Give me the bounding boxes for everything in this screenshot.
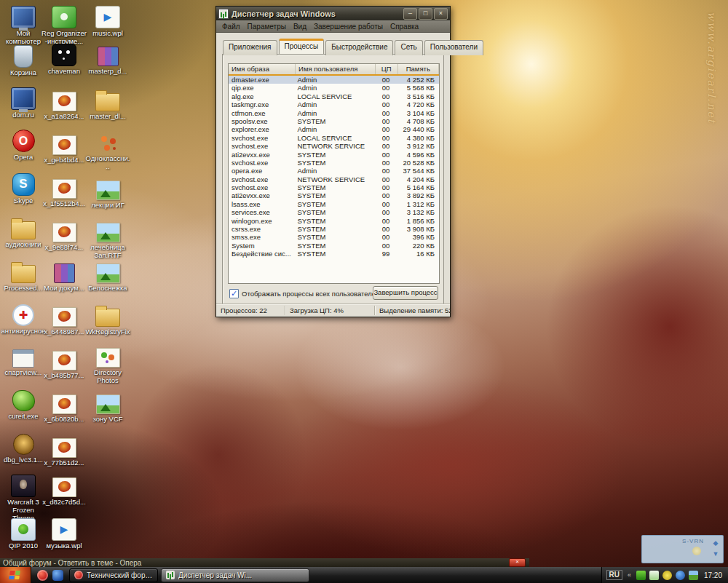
desktop-icon-image: [11, 6, 36, 28]
desktop-icon[interactable]: x_9e88f74...: [41, 220, 87, 252]
taskbar-button-icon: [166, 571, 175, 579]
process-row[interactable]: ati2evxx.exe SYSTEM 00 4 596 КБ: [229, 151, 439, 159]
desktop-icon[interactable]: x_geb4bd4...: [41, 132, 87, 164]
desktop-icon[interactable]: WkRegistryFix: [85, 304, 130, 336]
desktop-icon[interactable]: x_1f5512b4...: [41, 176, 87, 208]
menu-item[interactable]: Параметры: [244, 23, 290, 31]
mini-panel-down-button[interactable]: ▼: [711, 550, 720, 558]
tab[interactable]: Сеть: [395, 40, 422, 55]
end-process-button[interactable]: Завершить процесс: [373, 286, 438, 300]
desktop-icon[interactable]: спартview...: [1, 346, 46, 377]
process-row[interactable]: csrss.exe SYSTEM 00 3 908 КБ: [229, 225, 439, 233]
column-header-user-name[interactable]: Имя пользователя: [296, 64, 376, 74]
menu-item[interactable]: Справка: [387, 23, 422, 31]
process-row[interactable]: lsass.exe SYSTEM 00 1 312 КБ: [229, 200, 439, 208]
desktop-icon[interactable]: Белоснежка: [85, 261, 130, 293]
desktop-icon-image: [52, 223, 76, 242]
process-row[interactable]: spoolsv.exe SYSTEM 00 4 708 КБ: [229, 117, 439, 125]
desktop-icon[interactable]: master_dl...: [85, 89, 130, 121]
taskbar-button[interactable]: Диспетчер задач Wi...: [161, 568, 309, 582]
start-button[interactable]: [0, 567, 31, 583]
quick-launch-icon[interactable]: [52, 570, 63, 581]
minimize-button[interactable]: –: [403, 8, 417, 20]
maximize-button[interactable]: □: [419, 8, 432, 20]
title-bar[interactable]: Диспетчер задач Windows – □ ×: [216, 7, 450, 20]
tab[interactable]: Приложения: [223, 40, 277, 55]
desktop-icon[interactable]: Одноклассни...: [85, 132, 130, 171]
tray-icon[interactable]: [626, 571, 633, 580]
tray-icon[interactable]: [689, 571, 698, 580]
process-row[interactable]: svchost.exe SYSTEM 00 5 164 КБ: [229, 183, 439, 191]
mini-panel-up-button[interactable]: ◆: [711, 539, 720, 547]
column-header-cpu[interactable]: ЦП: [376, 64, 398, 74]
process-row[interactable]: System SYSTEM 00 220 КБ: [229, 242, 439, 250]
quick-launch-icon[interactable]: [37, 570, 48, 581]
process-list[interactable]: Имя образа Имя пользователя ЦП Память dm…: [228, 63, 440, 284]
desktop-icon[interactable]: Warcraft 3 Frozen Throne: [1, 475, 46, 523]
desktop-icon[interactable]: chaveman: [41, 44, 87, 76]
tray-icon[interactable]: [662, 571, 672, 580]
process-row[interactable]: ctfmon.exe Admin 00 3 104 КБ: [229, 109, 439, 117]
desktop-icon[interactable]: x_b485b77...: [41, 348, 87, 380]
desktop-icon[interactable]: x_6b0820b...: [41, 392, 87, 424]
tab[interactable]: Быстродействие: [325, 40, 393, 55]
process-row[interactable]: services.exe SYSTEM 00 3 132 КБ: [229, 208, 439, 216]
notification-mini-panel[interactable]: S-VRN ◆ ▼: [641, 535, 724, 563]
process-row[interactable]: opera.exe Admin 00 37 544 КБ: [229, 167, 439, 175]
background-window-close-button[interactable]: ×: [509, 558, 526, 567]
process-row[interactable]: dmaster.exe Admin 00 4 252 КБ: [229, 76, 439, 84]
column-header-image-name[interactable]: Имя образа: [229, 64, 296, 74]
background-window-titlebar[interactable]: Общий форум - Ответить в теме - Опера ×: [0, 558, 529, 567]
process-row[interactable]: svchost.exe NETWORK SERVICE 00 3 912 КБ: [229, 142, 439, 150]
tray-icon[interactable]: [649, 571, 659, 580]
desktop-icon[interactable]: x_77b51d2...: [41, 435, 87, 467]
tray-icon[interactable]: [676, 571, 685, 580]
desktop-icon[interactable]: x_a1a8264...: [41, 89, 87, 121]
process-row[interactable]: qip.exe Admin 00 5 568 КБ: [229, 84, 439, 92]
language-indicator[interactable]: RU: [606, 570, 622, 580]
desktop-icon[interactable]: dbg_lvc3.1...: [1, 434, 46, 464]
process-row[interactable]: svchost.exe SYSTEM 00 20 528 КБ: [229, 159, 439, 167]
desktop-icon[interactable]: лечебница Зап.RTF: [85, 220, 130, 260]
desktop-icon[interactable]: QIP 2010: [1, 518, 46, 550]
process-row[interactable]: explorer.exe Admin 00 29 440 КБ: [229, 125, 439, 133]
desktop-icon[interactable]: Opera: [1, 130, 46, 162]
desktop-icon[interactable]: антивирусное: [1, 304, 46, 336]
desktop-icon[interactable]: music.wpl: [85, 6, 130, 38]
process-row[interactable]: svchost.exe LOCAL SERVICE 00 4 380 КБ: [229, 134, 439, 142]
process-row[interactable]: ati2evxx.exe SYSTEM 00 3 892 КБ: [229, 191, 439, 199]
process-row[interactable]: svchost.exe NETWORK SERVICE 00 4 204 КБ: [229, 175, 439, 183]
column-header-memory[interactable]: Память: [398, 64, 439, 74]
desktop-icon[interactable]: Processed...: [1, 261, 46, 293]
menu-item[interactable]: Вид: [290, 23, 310, 31]
desktop-icon[interactable]: Reg Organizer -инструме...: [41, 6, 87, 46]
show-all-users-label[interactable]: Отображать процессы всех пользователей: [242, 290, 379, 298]
desktop-icon[interactable]: x_d82c7d5d...: [41, 475, 87, 507]
desktop-icon[interactable]: Корзина: [1, 45, 46, 77]
desktop-icon[interactable]: музыка.wpl: [41, 518, 87, 550]
tab[interactable]: Пользователи: [424, 40, 483, 55]
desktop-icon[interactable]: masterp_d...: [85, 44, 130, 76]
desktop-icon[interactable]: Directory Photos: [85, 345, 130, 385]
desktop-icon[interactable]: аудиокниги: [1, 217, 46, 249]
process-row[interactable]: Бездействие сис... SYSTEM 99 16 КБ: [229, 250, 439, 258]
desktop-icon[interactable]: Skype: [1, 173, 46, 205]
desktop-icon[interactable]: Мои докум...: [41, 261, 87, 293]
desktop-icon[interactable]: Мой компьютер: [1, 6, 46, 46]
menu-item[interactable]: Завершение работы: [310, 23, 387, 31]
desktop-icon[interactable]: cureit.exe: [1, 390, 46, 421]
desktop-icon[interactable]: x_6448987...: [41, 304, 87, 336]
process-row[interactable]: taskmgr.exe Admin 00 4 720 КБ: [229, 100, 439, 108]
menu-item[interactable]: Файл: [218, 23, 244, 31]
desktop-icon[interactable]: лекции ИГ: [85, 178, 130, 210]
tray-icon[interactable]: [636, 571, 646, 580]
process-row[interactable]: smss.exe SYSTEM 00 396 КБ: [229, 233, 439, 241]
taskbar-button[interactable]: Технический форум -...: [69, 568, 158, 582]
tab[interactable]: Процессы: [279, 39, 325, 54]
close-button[interactable]: ×: [434, 8, 448, 20]
desktop-icon[interactable]: dom.ru: [1, 87, 46, 119]
process-row[interactable]: alg.exe LOCAL SERVICE 00 3 516 КБ: [229, 92, 439, 100]
process-row[interactable]: winlogon.exe SYSTEM 00 1 856 КБ: [229, 217, 439, 225]
show-all-users-checkbox[interactable]: ✓: [229, 289, 239, 298]
desktop-icon[interactable]: зону VCF: [85, 392, 130, 424]
